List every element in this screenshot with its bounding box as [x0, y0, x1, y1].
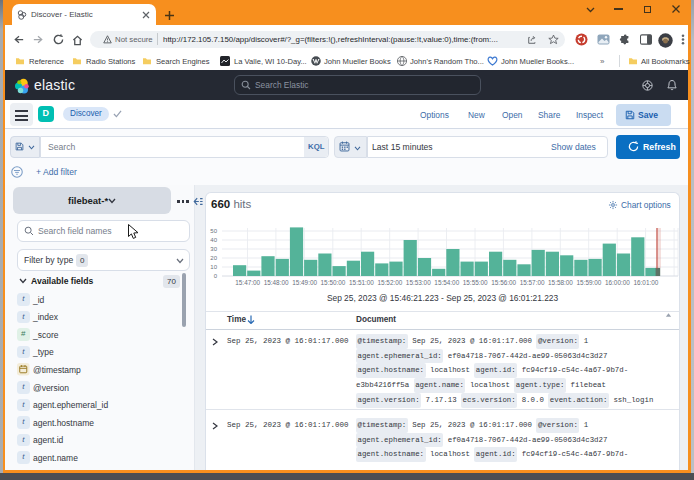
svg-text:40: 40 — [210, 237, 217, 243]
svg-text:15:58:00: 15:58:00 — [548, 279, 573, 286]
svg-text:15:49:00: 15:49:00 — [292, 279, 317, 286]
svg-text:15:51:00: 15:51:00 — [349, 279, 374, 286]
svg-text:10: 10 — [210, 264, 217, 270]
svg-text:15:54:00: 15:54:00 — [434, 279, 459, 286]
svg-text:0: 0 — [214, 273, 218, 279]
svg-text:15:59:00: 15:59:00 — [577, 279, 602, 286]
svg-text:15:55:00: 15:55:00 — [463, 279, 488, 286]
svg-text:15:53:00: 15:53:00 — [406, 279, 431, 286]
svg-text:15:56:00: 15:56:00 — [491, 279, 516, 286]
svg-text:16:00:00: 16:00:00 — [605, 279, 630, 286]
svg-text:50: 50 — [210, 228, 217, 234]
svg-text:30: 30 — [210, 246, 217, 252]
svg-text:16:01:00: 16:01:00 — [633, 279, 658, 286]
svg-text:15:50:00: 15:50:00 — [321, 279, 346, 286]
svg-text:20: 20 — [210, 255, 217, 261]
svg-text:15:47:00: 15:47:00 — [235, 279, 260, 286]
svg-text:15:57:00: 15:57:00 — [520, 279, 545, 286]
svg-text:15:52:00: 15:52:00 — [377, 279, 402, 286]
svg-text:15:48:00: 15:48:00 — [264, 279, 289, 286]
